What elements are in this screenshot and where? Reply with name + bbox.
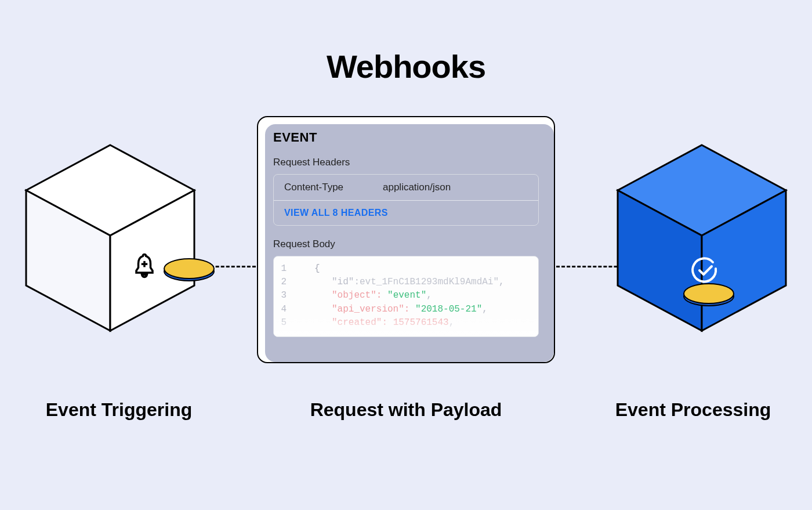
headers-box: Content-Type application/json VIEW ALL 8… bbox=[273, 174, 539, 226]
code-token: 1575761543 bbox=[393, 317, 449, 328]
request-body-label: Request Body bbox=[273, 238, 539, 250]
code-box: 1{ 2"id":evt_1FnC1B1293mdKl9AmdAi", 3"ob… bbox=[273, 256, 539, 337]
line-number: 4 bbox=[281, 303, 297, 316]
header-row: Content-Type application/json bbox=[274, 175, 538, 200]
code-token: "api_version": bbox=[332, 304, 409, 314]
label-event-triggering: Event Triggering bbox=[23, 399, 215, 421]
coin-icon bbox=[683, 283, 734, 304]
code-token: :evt_1FnC1B1293mdKl9AmdAi" bbox=[354, 277, 499, 287]
event-heading: EVENT bbox=[273, 130, 539, 145]
code-token: , bbox=[499, 277, 505, 287]
cube-event-processing bbox=[609, 139, 795, 337]
label-request-payload: Request with Payload bbox=[215, 399, 597, 421]
line-number: 1 bbox=[281, 262, 297, 276]
label-event-processing: Event Processing bbox=[597, 399, 789, 421]
line-number: 3 bbox=[281, 289, 297, 302]
bottom-labels: Event Triggering Request with Payload Ev… bbox=[0, 399, 812, 421]
code-token: , bbox=[449, 317, 455, 328]
coin-icon bbox=[164, 258, 215, 279]
code-token: , bbox=[426, 290, 432, 301]
event-card: EVENT Request Headers Content-Type appli… bbox=[257, 116, 555, 363]
code-token: "id" bbox=[332, 277, 354, 287]
code-token: { bbox=[314, 263, 320, 274]
header-key: Content-Type bbox=[284, 182, 383, 193]
code-token: , bbox=[482, 304, 488, 314]
request-headers-label: Request Headers bbox=[273, 157, 539, 168]
line-number: 2 bbox=[281, 276, 297, 289]
code-token: "object": bbox=[332, 290, 382, 301]
page-title: Webhooks bbox=[0, 48, 812, 85]
code-token: "event" bbox=[387, 290, 426, 301]
line-number: 5 bbox=[281, 316, 297, 330]
code-token: "2018-05-21" bbox=[415, 304, 482, 314]
view-all-headers-button[interactable]: VIEW ALL 8 HEADERS bbox=[274, 200, 538, 225]
bell-add-icon bbox=[132, 252, 157, 281]
code-token: "created": bbox=[332, 317, 387, 328]
cube-event-triggering bbox=[17, 139, 203, 337]
header-value: application/json bbox=[383, 182, 451, 193]
check-circle-icon bbox=[690, 255, 720, 285]
